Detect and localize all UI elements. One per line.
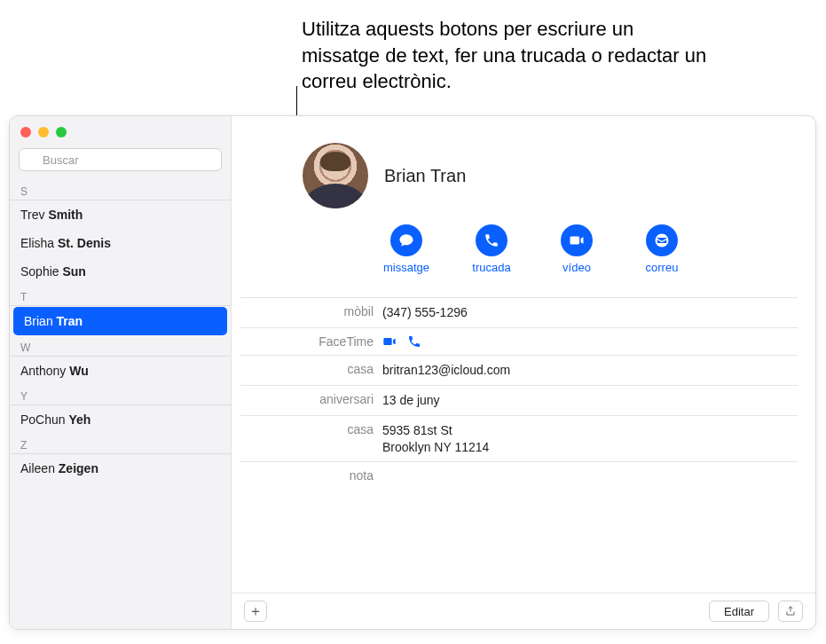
field-home-email[interactable]: casa britran123@icloud.com	[240, 355, 798, 385]
field-note[interactable]: nota	[240, 461, 798, 489]
addr-line-1: 5935 81st St	[382, 422, 798, 439]
message-icon	[398, 232, 414, 248]
list-item[interactable]: PoChun Yeh	[10, 405, 231, 434]
close-window-button[interactable]	[20, 127, 31, 137]
share-button[interactable]	[778, 601, 803, 622]
contact-list[interactable]: STrev SmithElisha St. DenisSophie SunTBr…	[10, 178, 231, 629]
facetime-icons[interactable]	[382, 334, 798, 349]
edit-button[interactable]: Editar	[709, 601, 769, 622]
contact-name: Brian Tran	[384, 166, 466, 186]
field-label: aniversari	[240, 392, 382, 409]
contacts-window: STrev SmithElisha St. DenisSophie SunTBr…	[9, 115, 816, 630]
list-item[interactable]: Brian Tran	[13, 307, 227, 335]
call-label: trucada	[472, 261, 510, 274]
section-header: Z	[10, 434, 231, 454]
detail-footer: ＋ Editar	[232, 593, 815, 629]
callout-text: Utilitza aquests botons per escriure un …	[302, 16, 710, 95]
field-facetime[interactable]: FaceTime	[240, 327, 798, 355]
field-label: mòbil	[240, 304, 382, 321]
window-controls	[10, 116, 231, 148]
call-button[interactable]: trucada	[468, 224, 515, 274]
phone-icon	[484, 232, 500, 248]
field-value: 5935 81st St Brooklyn NY 11214	[382, 422, 798, 456]
field-anniversary[interactable]: aniversari 13 de juny	[240, 385, 798, 415]
list-item[interactable]: Aileen Zeigen	[10, 454, 231, 483]
video-icon	[569, 232, 585, 248]
add-button[interactable]: ＋	[244, 601, 267, 622]
field-label: FaceTime	[240, 334, 382, 349]
avatar[interactable]	[303, 143, 368, 208]
sidebar: STrev SmithElisha St. DenisSophie SunTBr…	[10, 116, 232, 629]
contact-detail: Brian Tran missatge trucada vídeo correu	[232, 116, 815, 629]
mail-button[interactable]: correu	[638, 224, 686, 274]
contact-fields: mòbil (347) 555-1296 FaceTime casa britr…	[232, 290, 815, 489]
video-label: vídeo	[562, 261, 591, 274]
section-header: T	[10, 286, 231, 306]
field-label: casa	[240, 362, 382, 379]
mail-label: correu	[646, 261, 679, 274]
field-label: casa	[240, 422, 382, 456]
section-header: W	[10, 336, 231, 357]
section-header: S	[10, 180, 231, 200]
addr-line-2: Brooklyn NY 11214	[382, 439, 798, 456]
field-mobile[interactable]: mòbil (347) 555-1296	[240, 297, 798, 327]
message-label: missatge	[383, 261, 429, 274]
field-value: britran123@icloud.com	[382, 362, 798, 379]
action-row: missatge trucada vídeo correu	[232, 214, 815, 290]
list-item[interactable]: Trev Smith	[10, 200, 231, 229]
field-value: (347) 555-1296	[382, 304, 798, 321]
section-header: Y	[10, 385, 231, 405]
message-button[interactable]: missatge	[382, 224, 430, 274]
list-item[interactable]: Elisha St. Denis	[10, 229, 231, 257]
field-home-address[interactable]: casa 5935 81st St Brooklyn NY 11214	[240, 415, 798, 462]
minimize-window-button[interactable]	[38, 127, 49, 137]
list-item[interactable]: Anthony Wu	[10, 357, 231, 385]
plus-icon: ＋	[248, 602, 263, 621]
video-button[interactable]: vídeo	[553, 224, 601, 274]
mail-icon	[654, 232, 670, 248]
list-item[interactable]: Sophie Sun	[10, 257, 231, 286]
field-label: nota	[240, 468, 382, 483]
field-value: 13 de juny	[382, 392, 798, 409]
share-icon	[784, 605, 797, 617]
phone-icon[interactable]	[407, 334, 421, 349]
fullscreen-window-button[interactable]	[56, 127, 67, 137]
field-value	[382, 468, 798, 483]
video-icon[interactable]	[382, 334, 397, 349]
search-input[interactable]	[19, 148, 222, 171]
